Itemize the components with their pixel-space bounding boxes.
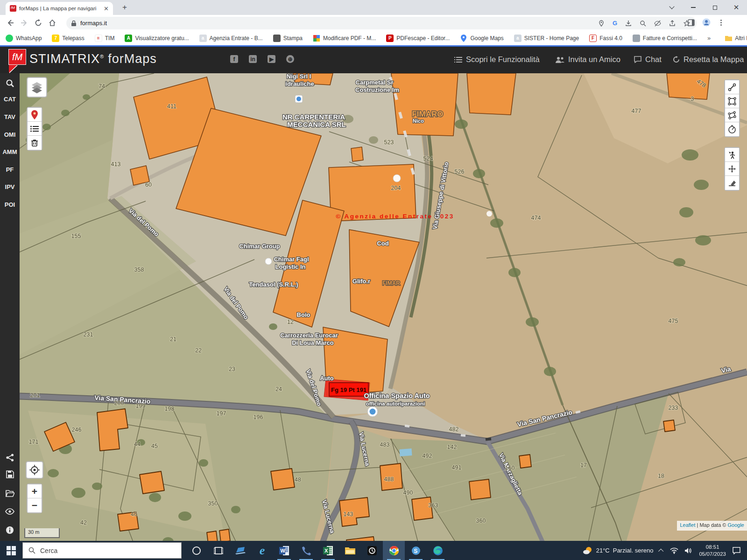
- sidebar-item-amm[interactable]: AMM: [0, 148, 20, 155]
- cortana-icon[interactable]: [185, 541, 207, 560]
- bookmark-agenzia[interactable]: aAgenzia Entrate - B...: [199, 35, 263, 42]
- sidebar-item-omi[interactable]: OMI: [0, 131, 20, 138]
- tab-close-icon[interactable]: ✕: [104, 6, 109, 12]
- action-scopri[interactable]: Scopri le Funzionalità: [454, 55, 540, 64]
- measure-polygon-button[interactable]: [725, 108, 739, 122]
- teams-icon[interactable]: [229, 541, 251, 560]
- internet-explorer-icon[interactable]: e: [251, 541, 273, 560]
- bookmark-whatsapp[interactable]: WhatsApp: [6, 35, 42, 42]
- folder-open-icon[interactable]: [0, 490, 20, 497]
- bookmarks-overflow-chevron[interactable]: »: [707, 35, 711, 42]
- pegman-button[interactable]: [725, 148, 739, 162]
- install-icon[interactable]: [625, 20, 632, 27]
- business-label: FIMAR: [382, 280, 400, 287]
- bookmark-gmaps[interactable]: Google Maps: [460, 35, 503, 42]
- weather-status[interactable]: 21°CParzial. sereno: [583, 546, 654, 555]
- volume-icon[interactable]: [685, 547, 692, 554]
- linkedin-icon[interactable]: in: [249, 55, 257, 63]
- info-icon[interactable]: [0, 526, 20, 534]
- measure-circle-button[interactable]: [725, 122, 739, 136]
- browser-menu-icon[interactable]: [720, 19, 722, 27]
- window-restore-button[interactable]: [704, 0, 726, 15]
- skype-icon[interactable]: S: [405, 541, 427, 560]
- window-minimize-button[interactable]: [683, 0, 704, 15]
- window-chevron-icon[interactable]: [661, 0, 683, 15]
- dark-app-icon[interactable]: [361, 541, 383, 560]
- action-invita[interactable]: Invita un Amico: [556, 55, 620, 64]
- eye-off-icon[interactable]: [654, 20, 661, 27]
- list-button[interactable]: [28, 122, 42, 136]
- globe-icon[interactable]: ⊕: [286, 55, 294, 63]
- business-label: Tendasol (S.R.L.): [249, 281, 298, 288]
- sidepanel-icon[interactable]: [688, 19, 695, 26]
- bookmark-stampa[interactable]: Stampa: [273, 35, 303, 42]
- phone-icon[interactable]: [295, 541, 317, 560]
- share-nodes-icon[interactable]: [0, 454, 20, 462]
- bookmark-tim[interactable]: ≡TIM: [95, 35, 115, 42]
- forward-icon[interactable]: [21, 19, 28, 27]
- tray-chevron-icon[interactable]: [660, 549, 663, 553]
- save-icon[interactable]: [0, 470, 20, 478]
- layers-control[interactable]: [27, 77, 47, 98]
- bookmark-acrobat[interactable]: AVisualizzatore gratu...: [125, 35, 189, 42]
- bookmark-telepass[interactable]: 7Telepass: [52, 35, 84, 42]
- search-icon[interactable]: [0, 79, 20, 88]
- pan-button[interactable]: [725, 162, 739, 176]
- bookmark-pdfescape[interactable]: PPDFescape - Editor...: [386, 35, 450, 42]
- sidebar-item-poi[interactable]: POI: [0, 201, 20, 208]
- parcel-number: 171: [29, 439, 39, 445]
- formaps-logo[interactable]: fM: [8, 49, 26, 65]
- edge-icon[interactable]: [427, 541, 449, 560]
- zoom-in-button[interactable]: +: [28, 484, 42, 498]
- profile-avatar[interactable]: [702, 18, 711, 27]
- google-icon[interactable]: G: [613, 20, 617, 27]
- eye-icon[interactable]: [0, 508, 20, 515]
- excel-icon[interactable]: X: [317, 541, 339, 560]
- chrome-icon[interactable]: [383, 541, 405, 560]
- file-explorer-icon[interactable]: [339, 541, 361, 560]
- browser-tab[interactable]: forMaps | La mappa per navigari ✕: [6, 2, 113, 15]
- sidebar-item-ipv[interactable]: IPV: [0, 183, 20, 190]
- zoom-icon[interactable]: [640, 20, 646, 27]
- zoom-out-button[interactable]: −: [28, 498, 42, 512]
- leaflet-link[interactable]: Leaflet: [680, 522, 695, 528]
- bookmark-fassi[interactable]: FFassi 4.0: [589, 35, 622, 42]
- eraser-button[interactable]: [725, 176, 739, 190]
- new-tab-button[interactable]: +: [120, 3, 129, 12]
- add-marker-button[interactable]: [28, 108, 42, 122]
- trash-button[interactable]: [28, 136, 42, 150]
- bookmark-fatture[interactable]: Fatture e Corrispetti...: [633, 35, 697, 42]
- action-chat[interactable]: Chat: [634, 55, 662, 64]
- window-close-button[interactable]: ✕: [726, 0, 747, 15]
- taskbar-search[interactable]: Cerca: [22, 542, 182, 559]
- bookmark-folder[interactable]: Altri Preferiti: [725, 35, 747, 42]
- share-icon[interactable]: [669, 20, 676, 27]
- sidebar-item-pf[interactable]: PF: [0, 166, 20, 173]
- task-view-icon[interactable]: [207, 541, 229, 560]
- start-button[interactable]: [0, 541, 22, 560]
- reload-icon[interactable]: [35, 19, 42, 27]
- measure-line-button[interactable]: [725, 80, 739, 94]
- location-icon[interactable]: [598, 20, 605, 27]
- google-link[interactable]: Google: [728, 522, 744, 528]
- measure-area-button[interactable]: [725, 94, 739, 108]
- home-icon[interactable]: [49, 19, 56, 27]
- word-icon[interactable]: W: [273, 541, 295, 560]
- bookmark-pdf[interactable]: Modificare PDF - M...: [313, 35, 376, 42]
- parcel-number: 475: [669, 318, 678, 324]
- locate-button[interactable]: [26, 461, 43, 479]
- sidebar-item-cat[interactable]: CAT: [0, 96, 20, 103]
- facebook-icon[interactable]: f: [230, 55, 238, 63]
- taskbar-clock[interactable]: 08:5105/07/2023: [699, 544, 726, 558]
- sidebar-item-tav[interactable]: TAV: [0, 113, 20, 120]
- bookmark-sister[interactable]: aSISTER - Home Page: [514, 35, 579, 42]
- youtube-icon[interactable]: ▶: [268, 55, 275, 63]
- map-canvas[interactable]: Fg 19 Pt 191 © Agenzia delle Entrate 202…: [20, 73, 747, 541]
- wifi-icon[interactable]: [670, 547, 678, 554]
- action-resetta[interactable]: Resetta la Mappa: [673, 55, 744, 64]
- back-icon[interactable]: [7, 19, 14, 27]
- scale-bar: 30 m: [24, 528, 60, 538]
- notification-icon[interactable]: [733, 547, 740, 554]
- parcel-number: 231: [84, 331, 93, 338]
- address-bar[interactable]: formaps.it G: [66, 17, 697, 29]
